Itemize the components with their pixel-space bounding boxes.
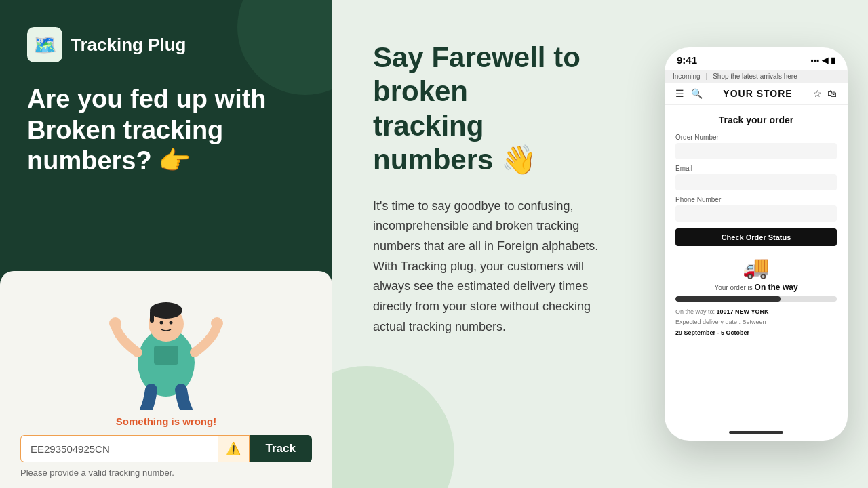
star-icon[interactable]: ☆ <box>813 88 822 99</box>
delivery-label: Expected delivery date : Between <box>675 319 766 325</box>
order-number-label: Order Number <box>675 134 837 141</box>
phone-bottom-indicator <box>665 427 848 441</box>
svg-point-5 <box>170 321 173 325</box>
right-section: Say Farewell to broken tracking numbers … <box>332 0 868 488</box>
headline-line2: Broken tracking <box>27 116 223 144</box>
illustration <box>20 285 312 410</box>
destination-label: On the way to: <box>675 308 715 315</box>
check-order-button[interactable]: Check Order Status <box>675 228 837 246</box>
destination-value: 10017 NEW YORK <box>717 308 769 315</box>
svg-point-7 <box>211 317 223 329</box>
banner-text2: Shop the latest arrivals here <box>713 73 797 80</box>
left-panel: 🗺️ Tracking Plug Are you fed up with Bro… <box>0 0 332 488</box>
heading-line1: Say Farewell to broken <box>373 41 580 107</box>
phone-time: 9:41 <box>677 54 697 66</box>
search-icon[interactable]: 🔍 <box>691 88 703 99</box>
menu-icon[interactable]: ☰ <box>675 88 684 99</box>
tracking-number-input[interactable] <box>20 435 218 462</box>
phone-status-bar: 9:41 ▪▪▪ ◀ ▮ <box>665 47 848 70</box>
logo-text: Tracking Plug <box>71 35 186 56</box>
banner-text1: Incoming <box>673 73 701 80</box>
phone-nav: ☰ 🔍 YOUR STORE ☆ 🛍 <box>665 83 848 105</box>
phone-number-label: Phone Number <box>675 196 837 203</box>
svg-rect-8 <box>154 346 178 365</box>
email-input[interactable] <box>675 174 837 190</box>
headline: Are you fed up with Broken tracking numb… <box>27 84 305 177</box>
wifi-icon: ◀ <box>822 56 828 65</box>
validation-message: Please provide a valid tracking number. <box>20 468 312 478</box>
home-indicator <box>729 431 783 434</box>
phone-number-input[interactable] <box>675 205 837 222</box>
phone-mockup: 9:41 ▪▪▪ ◀ ▮ Incoming | Shop the latest … <box>665 47 848 441</box>
cart-icon[interactable]: 🛍 <box>827 88 837 99</box>
svg-rect-3 <box>150 310 154 323</box>
store-name: YOUR STORE <box>723 88 792 99</box>
progress-bar <box>675 296 837 302</box>
svg-point-4 <box>160 321 163 325</box>
delivery-date-line: Expected delivery date : Between 29 Sept… <box>675 317 837 338</box>
bottom-card: Something is wrong! ⚠️ Track Please prov… <box>0 271 332 488</box>
order-status: On the way <box>755 283 798 292</box>
svg-point-2 <box>150 302 182 319</box>
logo-icon: 🗺️ <box>27 27 62 62</box>
logo-area: 🗺️ Tracking Plug <box>27 27 305 62</box>
nav-right-icons: ☆ 🛍 <box>813 88 837 99</box>
progress-bar-fill <box>675 296 781 302</box>
person-illustration <box>105 285 227 410</box>
phone-banner: Incoming | Shop the latest arrivals here <box>665 70 848 83</box>
destination-line: On the way to: 10017 NEW YORK <box>675 307 837 317</box>
track-button[interactable]: Track <box>250 435 312 462</box>
order-title: Track your order <box>675 115 837 125</box>
email-label: Email <box>675 165 837 172</box>
headline-emoji: 👉 <box>159 146 191 175</box>
farewell-body: It's time to say goodbye to confusing, i… <box>373 197 604 338</box>
error-message: Something is wrong! <box>20 415 312 427</box>
svg-point-6 <box>109 317 121 329</box>
middle-content: Say Farewell to broken tracking numbers … <box>332 0 631 364</box>
farewell-heading: Say Farewell to broken tracking numbers … <box>373 41 604 178</box>
heading-emoji: 👋 <box>501 144 536 176</box>
banner-divider: | <box>706 73 708 80</box>
headline-line3: numbers? <box>27 146 152 175</box>
battery-icon: ▮ <box>831 56 835 65</box>
headline-line1: Are you fed up with <box>27 85 267 113</box>
status-prefix: Your order is <box>714 284 752 291</box>
warning-icon: ⚠️ <box>218 435 250 462</box>
nav-left-icons: ☰ 🔍 <box>675 88 703 99</box>
status-icons: ▪▪▪ ◀ ▮ <box>810 56 835 65</box>
signal-icon: ▪▪▪ <box>810 56 819 65</box>
phone-content: Track your order Order Number Email Phon… <box>665 105 848 427</box>
truck-icon: 🚚 <box>675 254 837 280</box>
delivery-details: On the way to: 10017 NEW YORK Expected d… <box>675 307 837 338</box>
order-status-line: Your order is On the way <box>675 283 837 292</box>
tracking-input-row: ⚠️ Track <box>20 435 312 462</box>
order-number-input[interactable] <box>675 143 837 159</box>
heading-line2: tracking numbers <box>373 110 493 176</box>
delivery-dates: 29 September - 5 October <box>675 329 749 336</box>
